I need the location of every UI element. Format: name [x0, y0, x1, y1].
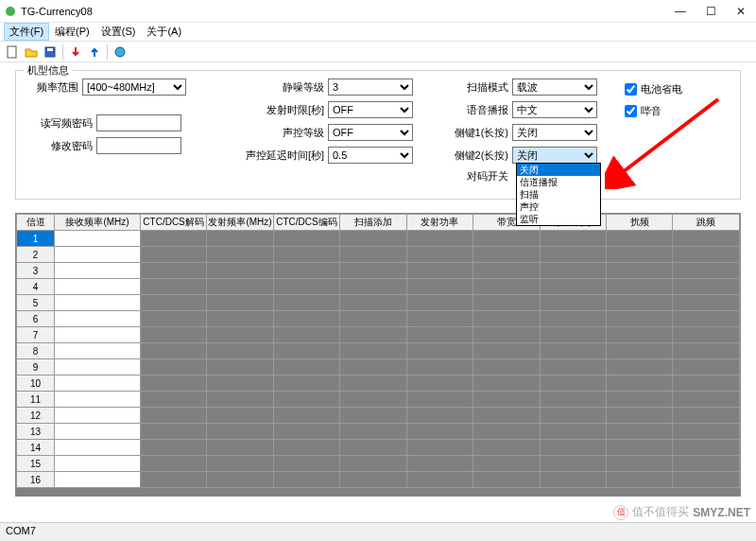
- menu-program[interactable]: 编程(P): [49, 23, 95, 41]
- row-header[interactable]: 8: [17, 343, 55, 359]
- freq-range-select[interactable]: [400~480MHz]: [82, 79, 186, 96]
- grid-cell[interactable]: [55, 327, 141, 343]
- column-header[interactable]: CTC/DCS解码: [140, 215, 206, 231]
- grid-cell[interactable]: [207, 343, 273, 359]
- grid-cell[interactable]: [273, 327, 339, 343]
- write-icon[interactable]: [86, 44, 103, 61]
- row-header[interactable]: 3: [17, 263, 55, 279]
- grid-cell[interactable]: [607, 327, 673, 343]
- grid-cell[interactable]: [140, 472, 206, 488]
- mod-password-input[interactable]: [96, 137, 181, 154]
- rw-password-input[interactable]: [96, 114, 181, 131]
- grid-cell[interactable]: [140, 231, 206, 247]
- tot-select[interactable]: OFF: [328, 101, 413, 118]
- grid-cell[interactable]: [273, 359, 339, 375]
- grid-cell[interactable]: [140, 311, 206, 327]
- column-header[interactable]: 扰频: [607, 215, 673, 231]
- grid-cell[interactable]: [340, 327, 406, 343]
- row-header[interactable]: 16: [17, 472, 55, 488]
- grid-cell[interactable]: [55, 375, 141, 392]
- grid-cell[interactable]: [140, 279, 206, 295]
- grid-cell[interactable]: [55, 359, 141, 375]
- grid-cell[interactable]: [55, 440, 141, 456]
- grid-cell[interactable]: [406, 247, 472, 263]
- grid-cell[interactable]: [673, 359, 740, 375]
- grid-cell[interactable]: [55, 472, 141, 488]
- row-header[interactable]: 12: [17, 408, 55, 424]
- close-button[interactable]: ✕: [726, 1, 756, 22]
- column-header[interactable]: 跳频: [673, 215, 740, 231]
- grid-cell[interactable]: [673, 375, 740, 392]
- open-icon[interactable]: [23, 44, 40, 61]
- grid-cell[interactable]: [673, 311, 740, 327]
- grid-cell[interactable]: [540, 472, 606, 488]
- grid-cell[interactable]: [273, 375, 339, 392]
- grid-cell[interactable]: [607, 375, 673, 392]
- row-header[interactable]: 15: [17, 456, 55, 472]
- grid-cell[interactable]: [55, 343, 141, 359]
- row-header[interactable]: 1: [17, 231, 55, 247]
- row-header[interactable]: 13: [17, 424, 55, 440]
- grid-cell[interactable]: [140, 424, 206, 440]
- grid-cell[interactable]: [540, 424, 606, 440]
- grid-cell[interactable]: [55, 279, 141, 295]
- grid-cell[interactable]: [273, 440, 339, 456]
- grid-cell[interactable]: [140, 359, 206, 375]
- grid-cell[interactable]: [55, 456, 141, 472]
- grid-cell[interactable]: [607, 343, 673, 359]
- grid-cell[interactable]: [340, 392, 406, 408]
- column-header[interactable]: 扫描添加: [340, 215, 406, 231]
- column-header[interactable]: 接收频率(MHz): [55, 215, 141, 231]
- grid-cell[interactable]: [607, 231, 673, 247]
- dropdown-option[interactable]: 声控: [517, 201, 600, 213]
- column-header[interactable]: CTC/DCS编码: [273, 215, 339, 231]
- grid-cell[interactable]: [540, 343, 606, 359]
- scan-mode-select[interactable]: 载波: [512, 79, 597, 96]
- row-header[interactable]: 7: [17, 327, 55, 343]
- grid-cell[interactable]: [473, 295, 540, 311]
- grid-cell[interactable]: [340, 295, 406, 311]
- grid-cell[interactable]: [473, 408, 540, 424]
- grid-cell[interactable]: [207, 392, 273, 408]
- column-header[interactable]: 信道: [17, 215, 55, 231]
- grid-cell[interactable]: [140, 327, 206, 343]
- grid-cell[interactable]: [340, 359, 406, 375]
- grid-cell[interactable]: [406, 375, 472, 392]
- grid-cell[interactable]: [406, 359, 472, 375]
- grid-cell[interactable]: [607, 440, 673, 456]
- grid-cell[interactable]: [607, 263, 673, 279]
- grid-cell[interactable]: [207, 263, 273, 279]
- grid-cell[interactable]: [340, 343, 406, 359]
- read-icon[interactable]: [67, 44, 84, 61]
- grid-cell[interactable]: [140, 247, 206, 263]
- grid-cell[interactable]: [540, 327, 606, 343]
- grid-cell[interactable]: [406, 392, 472, 408]
- side1-select[interactable]: 关闭: [512, 124, 597, 141]
- grid-cell[interactable]: [540, 408, 606, 424]
- grid-cell[interactable]: [607, 311, 673, 327]
- grid-cell[interactable]: [140, 263, 206, 279]
- grid-cell[interactable]: [540, 263, 606, 279]
- grid-cell[interactable]: [406, 263, 472, 279]
- grid-cell[interactable]: [406, 408, 472, 424]
- grid-cell[interactable]: [273, 343, 339, 359]
- grid-cell[interactable]: [55, 231, 141, 247]
- grid-cell[interactable]: [673, 231, 740, 247]
- grid-cell[interactable]: [540, 392, 606, 408]
- grid-cell[interactable]: [473, 375, 540, 392]
- grid-cell[interactable]: [207, 327, 273, 343]
- grid-cell[interactable]: [473, 359, 540, 375]
- grid-cell[interactable]: [406, 343, 472, 359]
- row-header[interactable]: 4: [17, 279, 55, 295]
- grid-cell[interactable]: [673, 440, 740, 456]
- grid-cell[interactable]: [473, 231, 540, 247]
- grid-cell[interactable]: [340, 375, 406, 392]
- grid-cell[interactable]: [473, 343, 540, 359]
- grid-cell[interactable]: [273, 456, 339, 472]
- row-header[interactable]: 9: [17, 359, 55, 375]
- grid-cell[interactable]: [273, 408, 339, 424]
- grid-cell[interactable]: [273, 472, 339, 488]
- grid-cell[interactable]: [340, 231, 406, 247]
- grid-cell[interactable]: [607, 359, 673, 375]
- grid-cell[interactable]: [540, 231, 606, 247]
